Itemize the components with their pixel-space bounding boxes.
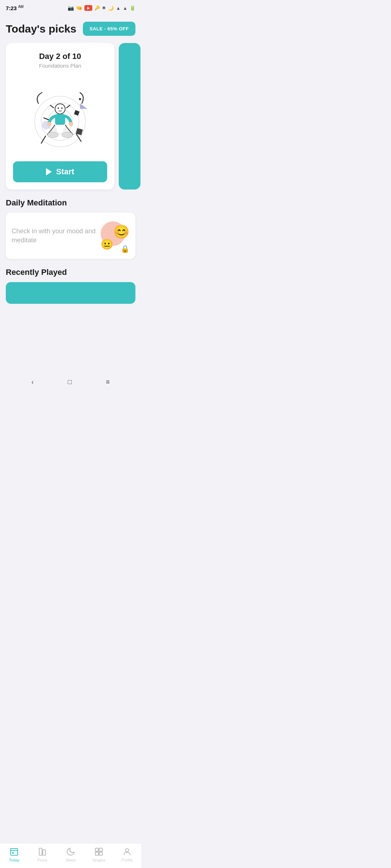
status-icons: 📷 🤜 ▶ 🔑 ✱ 🌙 ▲ ▲ 🔋	[68, 5, 135, 11]
cards-scroll: Day 2 of 10 Foundations Plan	[0, 43, 141, 195]
main-content: Today's picks SALE - 65% OFF Day 2 of 10…	[0, 16, 141, 346]
wifi-icon: ▲	[116, 5, 121, 11]
card-plan-label: Foundations Plan	[13, 63, 107, 69]
status-bar: 7:23 AM 📷 🤜 ▶ 🔑 ✱ 🌙 ▲ ▲ 🔋	[0, 0, 141, 16]
meditation-illustration	[24, 75, 96, 154]
bluetooth-icon: ✱	[102, 5, 106, 10]
svg-marker-7	[80, 103, 87, 109]
recently-played-preview	[6, 282, 135, 304]
recently-played-title: Recently Played	[6, 268, 135, 277]
start-button[interactable]: Start	[13, 161, 107, 182]
page-title: Today's picks	[6, 23, 76, 35]
daily-banner-text: Check in with your mood and meditate	[12, 227, 98, 245]
recently-played-section: Recently Played	[6, 268, 135, 304]
daily-meditation-title: Daily Meditation	[6, 198, 135, 208]
partial-card	[119, 43, 140, 190]
moon-icon: 🌙	[108, 5, 114, 11]
happy-emoji: 😊	[113, 224, 130, 239]
neutral-emoji: 😐	[101, 238, 113, 250]
battery-icon: 🔋	[130, 5, 135, 11]
header-row: Today's picks SALE - 65% OFF	[6, 22, 135, 36]
svg-point-16	[69, 122, 73, 126]
meditation-card: Day 2 of 10 Foundations Plan	[6, 43, 114, 190]
daily-meditation-section: Daily Meditation Check in with your mood…	[6, 198, 135, 259]
status-time: 7:23 AM	[6, 5, 24, 11]
start-label: Start	[56, 167, 74, 176]
svg-point-13	[55, 104, 65, 114]
svg-point-15	[47, 122, 51, 126]
svg-point-8	[79, 98, 81, 100]
gesture-icon: 🤜	[76, 5, 82, 11]
record-icon: ▶	[84, 5, 92, 11]
sale-button[interactable]: SALE - 65% OFF	[83, 22, 135, 36]
play-icon	[46, 168, 52, 175]
signal-icon: ▲	[123, 5, 127, 11]
key-icon: 🔑	[94, 5, 100, 10]
svg-point-18	[62, 132, 73, 138]
svg-point-19	[58, 107, 59, 109]
system-nav: ‹ □ ≡	[0, 375, 141, 389]
svg-line-11	[67, 105, 70, 108]
svg-point-20	[61, 107, 63, 109]
svg-point-17	[47, 132, 58, 138]
svg-line-12	[44, 118, 49, 120]
daily-meditation-banner[interactable]: Check in with your mood and meditate 😊 😐…	[6, 213, 135, 259]
back-button[interactable]: ‹	[31, 378, 34, 386]
menu-button[interactable]: ≡	[106, 378, 110, 386]
home-button[interactable]: □	[68, 378, 72, 386]
card-day-label: Day 2 of 10	[13, 52, 107, 61]
svg-line-10	[50, 105, 54, 108]
svg-rect-14	[55, 114, 65, 125]
camera-icon: 📷	[68, 5, 74, 11]
lock-icon: 🔒	[121, 244, 130, 253]
svg-rect-5	[74, 110, 79, 115]
